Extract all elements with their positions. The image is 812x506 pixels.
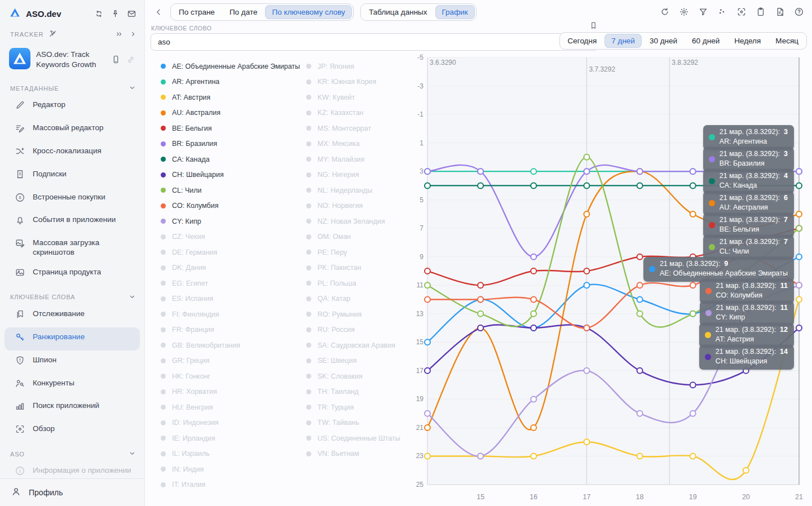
sidebar-item-overview[interactable]: Обзор xyxy=(0,419,144,442)
legend-item-KW[interactable]: KW: Кувейт xyxy=(306,90,416,105)
sidebar-item-subscriptions[interactable]: $Подписки xyxy=(0,165,144,188)
refresh-button[interactable] xyxy=(660,7,670,17)
sidebar-item-bulk-screenshots[interactable]: Массовая загрузка скриншотов xyxy=(0,233,144,263)
tab-data-table[interactable]: Таблица данных xyxy=(362,5,434,19)
legend-item-AT[interactable]: AT: Австрия xyxy=(161,90,306,105)
legend-item-RO[interactable]: RO: Румыния xyxy=(306,307,416,322)
legend-item-CH[interactable]: CH: Швейцария xyxy=(161,167,306,183)
legend-item-AR[interactable]: AR: Аргентина xyxy=(161,74,306,90)
bookmark-button[interactable] xyxy=(589,21,598,32)
sidebar-item-competitors[interactable]: Конкуренты xyxy=(0,374,144,397)
tracker-chevrons-right-button[interactable] xyxy=(115,30,123,38)
sidebar-item-product-page[interactable]: Страница продукта xyxy=(0,263,144,286)
legend-item-GR[interactable]: GR: Греция xyxy=(161,353,306,369)
sidebar-item-app-events[interactable]: События в приложении xyxy=(0,210,144,233)
legend-item-VN[interactable]: VN: Вьетнам xyxy=(306,446,416,462)
legend-item-HU[interactable]: HU: Венгрия xyxy=(161,400,306,415)
bookmark-flag-icon[interactable] xyxy=(589,21,598,30)
legend-item-IT[interactable]: IT: Италия xyxy=(161,477,306,493)
sidebar-item-in-app-purchases[interactable]: $Встроенные покупки xyxy=(0,188,144,211)
legend-item-OM[interactable]: OM: Оман xyxy=(306,229,416,245)
tab-chart[interactable]: График xyxy=(435,5,475,19)
legend-item-HR[interactable]: HR: Хорватия xyxy=(161,384,306,400)
help-button[interactable] xyxy=(794,7,804,17)
rank-chart[interactable]: -5-3-11357911131517192123253.6.32903.7.3… xyxy=(412,54,812,506)
pin-button[interactable] xyxy=(111,9,120,19)
range-tab-month[interactable]: Месяц xyxy=(769,34,805,48)
keyword-select[interactable]: aso xyxy=(151,33,598,51)
sidebar-item-bulk-editor[interactable]: Массовый редактор xyxy=(0,118,144,141)
legend-item-KZ[interactable]: KZ: Казахстан xyxy=(306,105,416,121)
tracker-chevron-right-button[interactable] xyxy=(129,30,138,38)
mail-button[interactable] xyxy=(127,9,136,19)
link-button[interactable] xyxy=(126,55,135,64)
legend-item-AE[interactable]: AE: Объединенные Арабские Эмираты xyxy=(161,59,306,74)
legend-item-NL[interactable]: NL: Нидерланды xyxy=(306,183,416,198)
legend-item-IL[interactable]: IL: Израиль xyxy=(161,446,306,462)
legend-item-PK[interactable]: PK: Пакистан xyxy=(306,260,416,276)
legend-item-QA[interactable]: QA: Катар xyxy=(306,291,416,307)
legend-item-US[interactable]: US: Соединенные Штаты xyxy=(306,430,416,446)
legend-item-EG[interactable]: EG: Египет xyxy=(161,276,306,291)
legend-item-CA[interactable]: CA: Канада xyxy=(161,152,306,167)
sidebar-item-app-info[interactable]: Информация о приложении xyxy=(0,461,144,478)
legend-item-MY[interactable]: MY: Малайзия xyxy=(306,152,416,167)
legend-item-TW[interactable]: TW: Тайвань xyxy=(306,415,416,431)
legend-item-HK[interactable]: HK: Гонконг xyxy=(161,369,306,384)
legend-item-PE[interactable]: PE: Перу xyxy=(306,245,416,260)
legend-item-ID[interactable]: ID: Индонезия xyxy=(161,415,306,431)
legend-item-TR[interactable]: TR: Турция xyxy=(306,400,416,415)
tab-by-country[interactable]: По стране xyxy=(172,5,222,19)
range-tab-7d[interactable]: 7 дней xyxy=(604,34,642,48)
legend-item-DK[interactable]: DK: Дания xyxy=(161,260,306,276)
tab-by-date[interactable]: По дате xyxy=(223,5,264,19)
section-header-metadata[interactable]: МЕТАДАННЫЕ xyxy=(0,77,144,95)
tab-by-keyword[interactable]: По ключевому слову xyxy=(265,5,352,19)
legend-item-AU[interactable]: AU: Австралия xyxy=(161,105,306,121)
section-header-aso[interactable]: ASO xyxy=(0,442,144,461)
range-tab-60d[interactable]: 60 дней xyxy=(685,34,726,48)
legend-item-FR[interactable]: FR: Франция xyxy=(161,322,306,338)
legend-item-SE[interactable]: SE: Швеция xyxy=(306,353,416,369)
legend-item-KR[interactable]: KR: Южная Корея xyxy=(306,74,416,90)
legend-item-SA[interactable]: SA: Саудовская Аравия xyxy=(306,338,416,353)
legend-item-GB[interactable]: GB: Великобритания xyxy=(161,338,306,353)
filter-button[interactable] xyxy=(698,7,708,17)
legend-item-NZ[interactable]: NZ: Новая Зеландия xyxy=(306,214,416,229)
compare-button[interactable] xyxy=(94,9,104,19)
sidebar-item-editor[interactable]: Редактор xyxy=(0,95,144,118)
legend-item-NG[interactable]: NG: Нигерия xyxy=(306,167,416,183)
legend-item-CL[interactable]: CL: Чили xyxy=(161,183,306,198)
back-button[interactable] xyxy=(154,7,164,17)
legend-item-FI[interactable]: FI: Финляндия xyxy=(161,307,306,322)
app-card[interactable]: ASO.dev: Track Keywords Growth xyxy=(6,45,139,74)
sidebar-item-cross-localization[interactable]: Кросс-локализация xyxy=(0,141,144,165)
scatter-button[interactable] xyxy=(717,7,727,17)
section-header-keywords[interactable]: КЛЮЧЕВЫЕ СЛОВА xyxy=(0,286,144,304)
range-tab-today[interactable]: Сегодня xyxy=(561,34,604,48)
legend-item-ES[interactable]: ES: Испания xyxy=(161,291,306,307)
phone-button[interactable] xyxy=(111,55,121,64)
legend-item-BE[interactable]: BE: Бельгия xyxy=(161,121,306,136)
profile-button[interactable]: Профиль xyxy=(0,478,144,506)
legend-item-IN[interactable]: IN: Индия xyxy=(161,461,306,477)
range-tab-30d[interactable]: 30 дней xyxy=(643,34,684,48)
clipboard-button[interactable] xyxy=(756,7,766,17)
legend-item-RU[interactable]: RU: Россия xyxy=(306,322,416,338)
sidebar-item-spy[interactable]: Шпион xyxy=(0,350,144,374)
sidebar-item-tracking[interactable]: Отслеживание xyxy=(0,304,144,327)
range-tab-week[interactable]: Неделя xyxy=(727,34,767,48)
export-button[interactable] xyxy=(775,7,785,17)
sidebar-item-ranking[interactable]: Ранжирование xyxy=(5,327,140,350)
legend-item-JP[interactable]: JP: Япония xyxy=(306,59,416,74)
settings-button[interactable] xyxy=(679,7,689,17)
legend-item-IE[interactable]: IE: Ирландия xyxy=(161,430,306,446)
legend-item-SK[interactable]: SK: Словакия xyxy=(306,369,416,384)
legend-item-CY[interactable]: CY: Кипр xyxy=(161,214,306,229)
legend-item-NO[interactable]: NO: Норвегия xyxy=(306,198,416,214)
sidebar-item-app-search[interactable]: Поиск приложений xyxy=(0,396,144,419)
legend-item-TH[interactable]: TH: Таиланд xyxy=(306,384,416,400)
legend-item-DE[interactable]: DE: Германия xyxy=(161,245,306,260)
legend-item-MS[interactable]: MS: Монтсеррат xyxy=(306,121,416,136)
legend-item-CZ[interactable]: CZ: Чехия xyxy=(161,229,306,245)
